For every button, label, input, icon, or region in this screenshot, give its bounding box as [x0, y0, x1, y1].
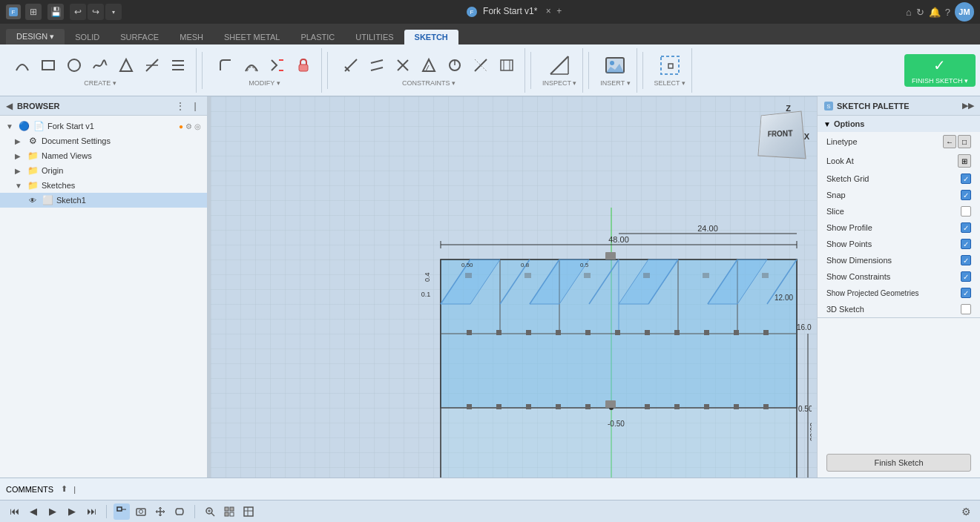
- bottom-sep-2: [194, 505, 195, 518]
- svg-line-18: [371, 67, 383, 70]
- 3d-sketch-checkbox[interactable]: [961, 304, 971, 314]
- tab-plastic[interactable]: PLASTIC: [290, 30, 345, 44]
- tool-lock[interactable]: [292, 53, 315, 77]
- tool-rect[interactable]: [36, 53, 60, 77]
- tool-spline[interactable]: [88, 53, 112, 77]
- tree-item-sketch1[interactable]: 👁 ⬜ Sketch1: [0, 193, 207, 208]
- tree-item-doc-settings[interactable]: ▶ ⚙ Document Settings: [0, 133, 207, 148]
- tool-extend[interactable]: [495, 53, 519, 77]
- rotate-icon[interactable]: [171, 503, 188, 520]
- tool-triangle2[interactable]: [417, 53, 441, 77]
- slice-checkbox[interactable]: [961, 206, 971, 217]
- tab-surface[interactable]: SURFACE: [110, 30, 169, 44]
- constraints-label[interactable]: CONSTRAINTS ▾: [402, 79, 456, 87]
- help-icon[interactable]: ?: [945, 7, 950, 18]
- grid-icon[interactable]: ⊞: [25, 4, 42, 20]
- browser-settings-icon[interactable]: |: [189, 100, 201, 112]
- modify-label[interactable]: MODIFY ▾: [249, 79, 280, 87]
- user-avatar[interactable]: JM: [955, 2, 974, 22]
- tool-arc[interactable]: [10, 53, 34, 77]
- linetype-label: Linetype: [826, 137, 858, 146]
- canvas-area[interactable]: 48.00 24.00 0.1 12.00 16.00 0.50 36.00 -…: [211, 96, 817, 478]
- tree-badge-warning[interactable]: ●: [179, 122, 183, 130]
- grid-view-icon[interactable]: [240, 503, 257, 520]
- comments-expand-icon[interactable]: ⬆: [61, 484, 68, 494]
- playback-start-icon[interactable]: ⏮: [6, 503, 22, 520]
- lookat-btn[interactable]: ⊞: [958, 154, 971, 168]
- tab-mesh[interactable]: MESH: [169, 30, 214, 44]
- show-dimensions-checkbox[interactable]: ✓: [961, 255, 971, 265]
- tool-triangle[interactable]: [114, 53, 138, 77]
- tool-circle[interactable]: [62, 53, 86, 77]
- notifications-icon[interactable]: 🔔: [929, 7, 941, 18]
- playback-controls: ⏮ ◀ ▶ ▶ ⏭: [6, 503, 99, 520]
- tool-diagonal-line[interactable]: [339, 53, 363, 77]
- palette-expand-icon[interactable]: ▶▶: [962, 101, 974, 110]
- playback-prev-icon[interactable]: ◀: [25, 503, 42, 520]
- tool-circle-constraint[interactable]: [443, 53, 467, 77]
- settings-icon[interactable]: ⚙: [958, 503, 974, 520]
- view-cube-face[interactable]: FRONT: [757, 111, 806, 159]
- tool-select[interactable]: [658, 53, 682, 77]
- nav-home-icon[interactable]: ⌂: [906, 7, 912, 18]
- tool-offset[interactable]: [240, 53, 263, 77]
- tool-fillet[interactable]: [214, 53, 237, 77]
- playback-next-icon[interactable]: ▶: [64, 503, 80, 520]
- options-header[interactable]: ▼ Options: [818, 116, 980, 132]
- palette-finish-sketch-button[interactable]: Finish Sketch: [826, 454, 971, 472]
- new-tab-btn[interactable]: +: [556, 6, 562, 16]
- view-mode-icon[interactable]: [221, 503, 237, 520]
- tree-item-sketches[interactable]: ▼ 📁 Sketches: [0, 178, 207, 193]
- insert-label[interactable]: INSERT ▾: [600, 79, 630, 87]
- close-tab-btn[interactable]: ×: [546, 6, 551, 16]
- save-icon[interactable]: 💾: [47, 4, 64, 20]
- tree-icon-eye[interactable]: 👁: [27, 194, 39, 206]
- nav-refresh-icon[interactable]: ↻: [916, 7, 924, 18]
- selection-icon[interactable]: [114, 503, 130, 520]
- playback-end-icon[interactable]: ⏭: [83, 503, 99, 520]
- tool-measure[interactable]: [547, 53, 571, 77]
- sketch-grid-checkbox[interactable]: ✓: [961, 174, 971, 184]
- tool-multiline[interactable]: [166, 53, 190, 77]
- tree-badge-settings[interactable]: ⚙: [185, 122, 192, 130]
- tree-item-root[interactable]: ▼ 🔵 📄 Fork Start v1 ● ⚙ ◎: [0, 119, 207, 133]
- snap-checkbox[interactable]: ✓: [961, 190, 971, 200]
- view-cube[interactable]: Z FRONT X: [750, 104, 809, 163]
- tree-badge-circle[interactable]: ◎: [194, 122, 201, 130]
- tool-insert-image[interactable]: [603, 53, 627, 77]
- zoom-icon[interactable]: [202, 503, 218, 520]
- toolbar-group-create: CREATE ▾: [4, 48, 197, 93]
- tool-x-constraint[interactable]: [391, 53, 415, 77]
- show-projected-checkbox[interactable]: ✓: [961, 288, 971, 298]
- move-icon[interactable]: [152, 503, 168, 520]
- tab-solid[interactable]: SOLID: [65, 30, 110, 44]
- create-label[interactable]: CREATE ▾: [84, 79, 116, 87]
- redo-button[interactable]: ↪: [88, 4, 104, 20]
- show-constraints-checkbox[interactable]: ✓: [961, 271, 971, 282]
- tool-trim[interactable]: [266, 53, 289, 77]
- tool-line[interactable]: [140, 53, 164, 77]
- tab-sketch[interactable]: SKETCH: [404, 30, 458, 44]
- show-profile-checkbox[interactable]: ✓: [961, 222, 971, 233]
- camera-icon[interactable]: [133, 503, 149, 520]
- linetype-right-btn[interactable]: □: [958, 135, 971, 148]
- inspect-label[interactable]: INSPECT ▾: [542, 79, 576, 87]
- undo-dropdown[interactable]: ▾: [105, 4, 122, 20]
- tree-item-named-views[interactable]: ▶ 📁 Named Views: [0, 148, 207, 163]
- tree-item-origin[interactable]: ▶ 📁 Origin: [0, 163, 207, 178]
- tool-parallel[interactable]: [365, 53, 389, 77]
- design-dropdown[interactable]: DESIGN ▾: [6, 29, 65, 44]
- svg-rect-114: [605, 252, 616, 260]
- playback-play-icon[interactable]: ▶: [45, 503, 61, 520]
- tab-utilities[interactable]: UTILITIES: [345, 30, 404, 44]
- select-label[interactable]: SELECT ▾: [654, 79, 685, 87]
- tab-sheet-metal[interactable]: SHEET METAL: [214, 30, 290, 44]
- browser-expand-icon[interactable]: ⋮: [174, 100, 186, 112]
- comments-more-icon[interactable]: |: [73, 485, 76, 494]
- undo-button[interactable]: ↩: [70, 4, 86, 20]
- linetype-left-btn[interactable]: ←: [943, 135, 956, 148]
- finish-sketch-button[interactable]: ✓ FINISH SKETCH ▾: [904, 54, 976, 87]
- show-points-checkbox[interactable]: ✓: [961, 239, 971, 249]
- browser-collapse-icon[interactable]: ◀: [6, 101, 13, 111]
- tool-connect[interactable]: [469, 53, 493, 77]
